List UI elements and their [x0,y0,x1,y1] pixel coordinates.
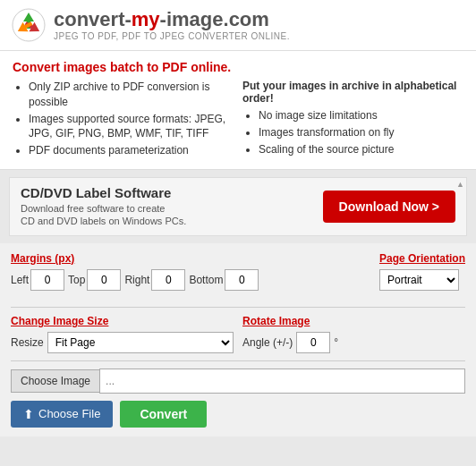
choose-file-label: Choose File [38,407,100,420]
angle-input[interactable] [296,332,330,353]
right-label: Right [124,274,149,286]
bottom-margin-group: Bottom [189,269,259,291]
angle-label: Angle (+/-) [242,336,293,349]
logo-text: convert-my-image.com JPEG TO PDF, PDF TO… [54,9,290,40]
info-section: Convert images batch to PDF online. Only… [0,51,476,170]
info-list-right: No image size limitations Images transfo… [242,108,463,157]
ad-title: CD/DVD Label Software [21,185,186,200]
orientation-section: Page Orientation Portrait Landscape [379,252,465,291]
logo-subtitle: JPEG TO PDF, PDF TO JPEG CONVERTER ONLIN… [54,31,290,41]
info-col-right-title: Put your images in archive in alphabetic… [242,80,463,105]
logo-icon [11,7,47,43]
ad-banner: ▲ CD/DVD Label Software Download free so… [9,177,467,236]
action-row: ⬆ Choose File Convert [11,401,465,428]
left-label: Left [11,274,29,286]
resize-col: Change Image Size Resize Fit Page Stretc… [11,315,234,353]
orientation-group: Portrait Landscape [379,269,465,291]
resize-select[interactable]: Fit Page Stretch None [47,332,234,353]
logo-convert: convert- [54,8,132,30]
degree-symbol: ° [334,336,338,349]
divider-1 [11,307,465,308]
logo-image: -image [160,8,224,30]
logo-com: .com [224,8,269,30]
bottom-input[interactable] [225,269,259,291]
file-row: Choose Image [11,369,465,394]
margins-row: Left Top Right Bottom [11,269,370,291]
resize-row: Resize Fit Page Stretch None [11,332,234,353]
info-item-r1: No image size limitations [259,108,463,123]
choose-image-button[interactable]: Choose Image [11,369,99,393]
file-name-input[interactable] [99,369,465,394]
convert-button[interactable]: Convert [120,401,207,428]
left-input[interactable] [30,269,64,291]
resize-label: Resize [11,336,44,349]
rotate-section-label[interactable]: Rotate Image [242,315,465,327]
info-item-r3: Scaling of the source picture [259,142,463,157]
ad-sub: Download free software to createCD and D… [21,202,186,228]
ad-label: ▲ [456,180,464,189]
info-title: Convert images batch to PDF online. [13,60,463,74]
ad-download-button[interactable]: Download Now > [323,191,455,223]
info-item-2: Images supported source formats: JPEG, J… [29,112,234,142]
info-item-3: PDF documents parameterization [29,143,234,158]
top-input[interactable] [87,269,121,291]
info-col-left: Only ZIP archive to PDF conversion is po… [13,80,234,160]
right-margin-group: Right [124,269,185,291]
resize-rotate-row: Change Image Size Resize Fit Page Stretc… [11,315,465,353]
resize-section-label[interactable]: Change Image Size [11,315,234,327]
choose-file-button[interactable]: ⬆ Choose File [11,401,113,428]
divider-2 [11,360,465,361]
margins-label[interactable]: Margins (px) [11,252,370,265]
left-margin-group: Left [11,269,64,291]
ad-text: CD/DVD Label Software Download free soft… [21,185,186,228]
info-list-left: Only ZIP archive to PDF conversion is po… [13,80,234,158]
logo-name: convert-my-image.com [54,9,290,30]
top-margin-group: Top [68,269,121,291]
info-columns: Only ZIP archive to PDF conversion is po… [13,80,463,160]
bottom-label: Bottom [189,274,223,286]
rotate-col: Rotate Image Angle (+/-) ° [242,315,465,353]
margins-section: Margins (px) Left Top Right Bottom [11,252,370,300]
header: convert-my-image.com JPEG TO PDF, PDF TO… [0,0,476,51]
orientation-select[interactable]: Portrait Landscape [379,269,459,291]
info-item-1: Only ZIP archive to PDF conversion is po… [29,80,234,110]
rotate-row: Angle (+/-) ° [242,332,465,353]
top-controls: Margins (px) Left Top Right Bottom [11,252,465,300]
top-label: Top [68,274,85,286]
right-input[interactable] [151,269,185,291]
orientation-label[interactable]: Page Orientation [379,252,465,265]
upload-icon: ⬆ [23,407,34,421]
logo-my: my [132,8,160,30]
form-section: Margins (px) Left Top Right Bottom [0,243,476,436]
info-col-right: Put your images in archive in alphabetic… [242,80,463,160]
info-item-r2: Images transformation on fly [259,125,463,140]
